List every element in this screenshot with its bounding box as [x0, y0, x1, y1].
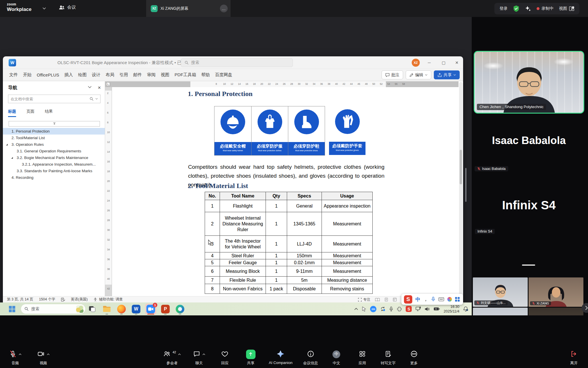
tab-stop-selector[interactable]: L: [106, 82, 110, 86]
tab-results[interactable]: 结果: [45, 109, 53, 117]
menu-item-7[interactable]: 引用: [119, 72, 128, 78]
menu-item-6[interactable]: 布局: [106, 72, 114, 78]
search-highlight-image[interactable]: [76, 305, 84, 313]
scrollbar-thumb[interactable]: [460, 150, 462, 184]
sync-icon[interactable]: [380, 306, 386, 311]
menu-item-8[interactable]: 邮件: [133, 72, 142, 78]
nav-item[interactable]: 4. Recording: [3, 174, 105, 181]
taskbar-search[interactable]: 搜索: [21, 304, 86, 314]
start-button[interactable]: [7, 304, 17, 314]
pointer-icon[interactable]: [362, 306, 366, 312]
close-icon[interactable]: ✕: [98, 85, 101, 90]
account-avatar[interactable]: XZ: [412, 59, 420, 67]
toolbar-more[interactable]: 更多: [406, 350, 422, 366]
skin-palette-icon[interactable]: [447, 297, 452, 302]
page-indicator[interactable]: 第 3 页, 共 14 页: [7, 297, 33, 302]
sogou-tray-icon[interactable]: S: [406, 306, 412, 312]
scrollbar[interactable]: [459, 82, 463, 296]
sogou-icon[interactable]: S: [404, 295, 412, 304]
chevron-up-icon[interactable]: [178, 353, 181, 355]
toolbar-mic-muted[interactable]: 音频: [7, 350, 23, 366]
browser-v-button[interactable]: [175, 304, 185, 315]
security-shield-icon[interactable]: [513, 5, 519, 12]
word-button[interactable]: W: [131, 304, 142, 315]
file-explorer-button[interactable]: [101, 304, 112, 315]
notification-bell-icon[interactable]: [463, 306, 468, 312]
menu-item-3[interactable]: 插入: [64, 72, 73, 78]
battery-icon[interactable]: [434, 307, 440, 311]
zoom-app-button[interactable]: 1: [145, 304, 156, 315]
nav-item[interactable]: 3.2. Bogie Mechanical Parts Maintenance: [3, 154, 105, 161]
menu-item-12[interactable]: 帮助: [201, 72, 210, 78]
toolbar-info[interactable]: 会议信息: [303, 350, 318, 366]
language-indicator[interactable]: 英语(美国): [71, 297, 88, 302]
menu-item-11[interactable]: PDF工具箱: [175, 72, 196, 78]
nav-jump-top-button[interactable]: [9, 121, 100, 126]
toolbar-heart[interactable]: 回应: [217, 350, 233, 366]
word-count[interactable]: 1504 个字: [39, 297, 55, 302]
tab-headings[interactable]: 标题: [8, 109, 16, 117]
menu-item-0[interactable]: 文件: [9, 72, 18, 78]
nav-item[interactable]: 3.1. General Operation Requirements: [3, 148, 105, 154]
word-search-box[interactable]: 搜索: [181, 58, 293, 67]
toolbar-share-screen[interactable]: 共享: [243, 350, 258, 366]
share-button[interactable]: 共享: [434, 70, 460, 79]
nav-item[interactable]: 3.3. Standards for Painting Anti-loose M…: [3, 168, 105, 174]
maximize-button[interactable]: ▢: [437, 56, 450, 69]
chevron-up-icon[interactable]: [202, 353, 205, 355]
ime-menu-icon[interactable]: [455, 297, 460, 302]
menu-item-4[interactable]: 绘图: [78, 72, 87, 78]
read-mode-icon[interactable]: [375, 298, 380, 302]
comment-button[interactable]: 批注: [382, 70, 403, 79]
menu-item-13[interactable]: 百度网盘: [215, 72, 232, 78]
ai-sparkle-icon[interactable]: [525, 5, 531, 12]
edit-button[interactable]: 编辑: [406, 70, 431, 79]
close-button[interactable]: ✕: [450, 56, 463, 69]
taskbar-clock[interactable]: 16:30 2025/11/4: [444, 304, 459, 314]
expander-icon[interactable]: [11, 157, 13, 159]
toolbar-chinese[interactable]: 中中文: [329, 350, 344, 366]
tab-pages[interactable]: 页面: [26, 109, 34, 117]
nav-item[interactable]: 1. Personal Protection: [3, 128, 105, 135]
menu-item-10[interactable]: 视图: [161, 72, 169, 78]
chevron-up-icon[interactable]: [354, 308, 358, 310]
chevron-down-icon[interactable]: [42, 7, 46, 9]
web-layout-icon[interactable]: [393, 298, 397, 302]
monitor-icon[interactable]: [415, 306, 421, 311]
video-tile-liu[interactable]: 刘文硕——山东...: [473, 277, 528, 307]
task-view-button[interactable]: [87, 304, 98, 315]
tab-shared-screen[interactable]: XZ Xi ZANG的屏幕 …: [146, 0, 231, 17]
nav-item[interactable]: 3. Operation Rules: [3, 141, 105, 148]
input-cross-icon[interactable]: [397, 306, 402, 312]
chevron-down-icon[interactable]: [88, 86, 92, 88]
ime-punctuation[interactable]: ，: [423, 296, 428, 302]
view-button[interactable]: 视图: [559, 6, 574, 11]
firefox-button[interactable]: [116, 304, 127, 315]
microphone-icon[interactable]: [389, 306, 393, 312]
login-button[interactable]: 登录: [500, 6, 508, 11]
nav-search-box[interactable]: [8, 95, 100, 103]
video-tile-speaker[interactable]: Chen Jichen，Shandong Polytechnic: [474, 51, 584, 114]
nav-item[interactable]: 3.2.1. Appearance Inspection, Measurem..…: [3, 161, 105, 168]
focus-mode-button[interactable]: 专注: [358, 297, 370, 302]
tab-meeting[interactable]: 会议: [59, 5, 76, 10]
menu-item-5[interactable]: 设计: [92, 72, 100, 78]
menu-item-2[interactable]: OfficePLUS: [37, 72, 59, 77]
zoom-tray-icon[interactable]: zm: [370, 306, 376, 312]
chevron-up-icon[interactable]: [47, 353, 50, 355]
toolbar-camera[interactable]: 视频: [36, 350, 51, 366]
toolbar-ai-diamond[interactable]: AI Companion: [269, 350, 292, 366]
speaker-icon[interactable]: [425, 307, 430, 311]
panel-resize-handle[interactable]: [522, 264, 535, 266]
toolbar-apps[interactable]: 应用: [355, 350, 370, 366]
ime-mode-chinese[interactable]: 中: [415, 296, 420, 303]
keyboard-icon[interactable]: [438, 297, 444, 301]
menu-item-1[interactable]: 开始: [23, 72, 32, 78]
minimize-button[interactable]: ─: [423, 56, 436, 69]
more-options-button[interactable]: …: [220, 5, 228, 12]
toolbar-leave[interactable]: 离开: [566, 350, 582, 366]
toolbar-participants[interactable]: 42参会者: [163, 350, 181, 366]
toolbar-chat[interactable]: 聊天: [191, 350, 207, 366]
chevron-down-icon[interactable]: [95, 98, 98, 100]
proofing-icon[interactable]: [61, 298, 65, 302]
